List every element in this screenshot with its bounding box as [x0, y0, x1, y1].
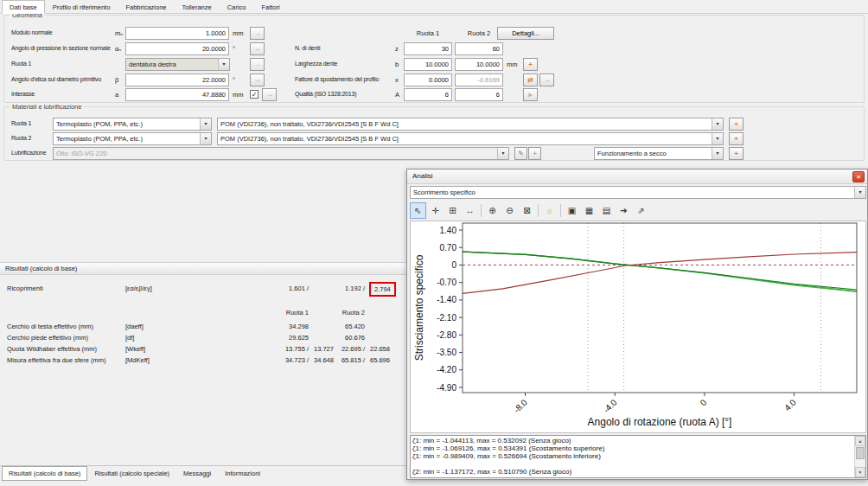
interasse-sizing-button[interactable]: → — [262, 88, 277, 101]
result-cell: Cerchio piede effettivo (mm) — [7, 334, 88, 342]
bottom-tab-risultati-calcolo-speciale[interactable]: Risultati (calcolo speciale) — [87, 466, 176, 481]
oil-add-button[interactable]: + — [528, 147, 541, 160]
total-contact-ratio-value: 2.794 — [374, 285, 391, 293]
angolo-pressione-input[interactable] — [125, 42, 229, 55]
save-button[interactable]: ▦ — [581, 202, 597, 219]
spostamento-ruota2-input[interactable] — [455, 74, 503, 86]
qualita-detail-button[interactable]: ▸ — [523, 88, 538, 101]
tab-fabbricazione[interactable]: Fabbricazione — [118, 0, 174, 14]
svg-text:-8.0: -8.0 — [512, 397, 529, 414]
close-button[interactable]: × — [852, 171, 865, 182]
result-cell: 65.696 — [370, 356, 390, 364]
analysis-result-line: ζ2: min = -1.137172, max = 0.510790 (Sen… — [412, 468, 853, 476]
material-type-combo-1[interactable]: Termoplasto (POM, PPA, etc.) ▾ — [53, 118, 212, 131]
material-add-button-1[interactable]: + — [729, 118, 744, 131]
material-combo-1[interactable]: POM (VDI2736), non trattato, VDI2736/VDI… — [217, 118, 724, 131]
plus-icon: + — [734, 120, 738, 128]
analysis-titlebar[interactable]: Analisi × — [407, 169, 867, 184]
bottom-tab-risultati-calcolo-di-base[interactable]: Risultati (calcolo di base) — [2, 466, 87, 481]
zoom-in-button[interactable]: ⊕ — [484, 202, 501, 219]
tab-profilo-di-riferimento[interactable]: Profilo di riferimento — [45, 0, 118, 14]
operating-mode-combo[interactable]: Funzionamento a secco ▾ — [594, 147, 724, 160]
larghezza-sizing-button[interactable]: + — [523, 58, 538, 71]
chevron-down-icon: ▾ — [854, 187, 865, 198]
scroll-down-icon[interactable]: ▼ — [855, 467, 865, 477]
scroll-up-icon[interactable]: ▲ — [855, 436, 865, 446]
result-cell: Cerchio di testa effettivo (mm) — [7, 323, 93, 330]
tab-tolleranze[interactable]: Tolleranze — [175, 0, 220, 14]
tab-carico[interactable]: Carico — [220, 0, 254, 14]
angolo-elica-unit: ° — [233, 76, 235, 84]
dettagli-button[interactable]: Dettagli... — [497, 27, 554, 40]
sizing-arrow-icon: → — [254, 45, 261, 53]
close-icon: × — [857, 173, 861, 181]
ricoprimenti-label: Ricoprimenti — [7, 285, 43, 292]
svg-text:-4.0: -4.0 — [602, 397, 619, 414]
sizing-plus-icon: + — [528, 61, 533, 68]
angolo-elica-input[interactable] — [125, 74, 229, 86]
zoom-fit-button[interactable]: ⊠ — [519, 202, 535, 219]
tab-dati-base[interactable]: Dati base — [2, 0, 45, 14]
interasse-checkbox[interactable]: ✓ — [250, 90, 258, 99]
analysis-toolbar: ⇖✛⊞↔⊕⊖⊠☼▣▦▤➔⇗ — [410, 201, 649, 219]
spostamento-sizing-button-1[interactable]: ⇄ — [523, 74, 538, 86]
analysis-scrollbar[interactable]: ▲ ▼ — [854, 436, 865, 477]
tab-fattori[interactable]: Fattori — [253, 0, 287, 14]
ruota1-direction-combo[interactable]: dentatura destra ▾ — [125, 58, 230, 71]
chart-canvas[interactable]: 1.400.700-0.70-1.40-2.10-2.80-3.50-4.20-… — [411, 221, 865, 432]
analysis-type-combo[interactable]: Scorrimento specifico ▾ — [410, 186, 866, 199]
modulo-normale-input[interactable] — [125, 27, 229, 40]
export-file-icon: ⇗ — [637, 206, 644, 215]
spostamento-sizing-button-2[interactable]: → — [539, 74, 554, 86]
result-cell: 60.676 — [277, 334, 365, 342]
result-cell: 22.695 / — [277, 345, 365, 353]
result-row-cerchio-di-testa-effettivo-mm: Cerchio di testa effettivo (mm)[daeff]34… — [0, 323, 432, 333]
scrollbar-thumb[interactable] — [856, 447, 865, 459]
zoom-out-button[interactable]: ⊖ — [501, 202, 518, 219]
material-value-1: POM (VDI2736), non trattato, VDI2736/VDI… — [218, 118, 711, 130]
export-file-button[interactable]: ⇗ — [633, 202, 649, 219]
analysis-result-line: ζ1: min = -1.069126, max = 0.534391 (Sco… — [412, 444, 853, 452]
pan-tool-button[interactable]: ✛ — [427, 202, 444, 219]
sizing-arrow-icon: → — [254, 29, 261, 37]
analysis-result-line — [412, 460, 853, 468]
denti-ruota1-input[interactable] — [404, 42, 452, 55]
oil-combo[interactable]: Olio: ISO-VG 220 ▾ — [53, 147, 509, 160]
interasse-input[interactable] — [125, 88, 229, 101]
material-combo-2[interactable]: POM (VDI2736), non trattato, VDI2736/VDI… — [217, 132, 724, 145]
oil-edit-button[interactable]: ✎ — [514, 147, 527, 160]
export-image-button[interactable]: ➔ — [616, 202, 632, 219]
denti-ruota2-input[interactable] — [455, 42, 503, 55]
qualita-ruota1-input[interactable] — [404, 88, 452, 101]
larghezza-ruota2-input[interactable] — [455, 58, 503, 71]
toolbar-separator — [538, 204, 539, 217]
ruota1-sizing-button[interactable]: → — [250, 58, 265, 71]
zoom-window-tool-icon: ⊞ — [449, 206, 456, 215]
analysis-chart[interactable]: 1.400.700-0.70-1.40-2.10-2.80-3.50-4.20-… — [410, 221, 866, 433]
select-tool-button[interactable]: ⇖ — [410, 202, 426, 219]
angolo-elica-sizing-button[interactable]: → — [250, 74, 265, 86]
modulo-normale-symbol: mₙ — [115, 29, 123, 37]
material-type-combo-2[interactable]: Termoplasto (POM, PPA, etc.) ▾ — [53, 132, 212, 145]
material-add-button-2[interactable]: + — [729, 132, 744, 145]
larghezza-label: Larghezza dente — [295, 61, 337, 67]
spostamento-ruota1-input[interactable] — [404, 74, 452, 86]
options-lamp-button[interactable]: ☼ — [541, 202, 558, 219]
modulo-sizing-button[interactable]: → — [250, 27, 265, 40]
angolo-pressione-label: Angolo di pressione in sezione normale — [11, 45, 111, 51]
result-row-quota-wildhaber-effettiva-mm: Quota Wildhaber effettiva (mm)[Wkeff]13.… — [0, 345, 432, 355]
measure-tool-button[interactable]: ↔ — [462, 202, 478, 219]
bottom-tab-messaggi[interactable]: Messaggi — [176, 466, 218, 481]
angolo-elica-label: Angolo d'elica sul diametro primitivo — [11, 76, 101, 82]
ruota1-direction-value: dentatura destra — [126, 59, 217, 70]
qualita-ruota2-input[interactable] — [455, 88, 503, 101]
lubrication-add-button[interactable]: + — [729, 147, 744, 160]
copy-button[interactable]: ▣ — [564, 202, 580, 219]
print-button[interactable]: ▤ — [598, 202, 615, 219]
angolo-pressione-sizing-button[interactable]: → — [250, 42, 265, 55]
zoom-window-tool-button[interactable]: ⊞ — [444, 202, 461, 219]
bottom-tab-informazioni[interactable]: Informazioni — [218, 466, 267, 481]
larghezza-ruota1-input[interactable] — [404, 58, 452, 71]
result-cell: 65.420 — [277, 323, 365, 330]
result-cell: [MdKeff] — [125, 356, 150, 364]
